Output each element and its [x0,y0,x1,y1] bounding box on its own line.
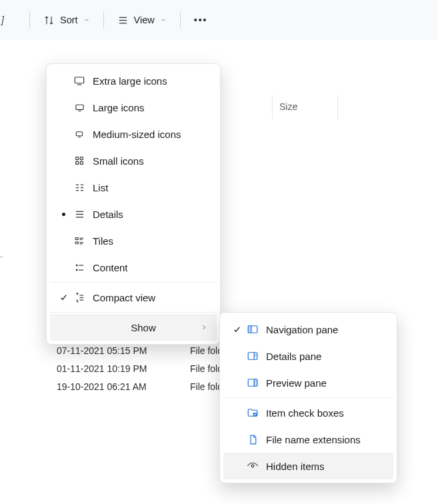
menu-label: Content [89,262,210,273]
menu-label: Tiles [89,235,210,247]
navigation-pane-icon [243,323,262,335]
menu-label: Large icons [89,102,210,113]
menu-label: List [89,182,210,193]
menu-selected-mark [57,213,70,216]
file-name-extensions-icon [243,434,262,445]
menu-label: Navigation pane [262,324,387,335]
menu-label: File name extensions [262,434,387,445]
partial-row-highlight: · [0,251,3,261]
column-header-size-label: Size [279,101,297,112]
toolbar-separator [29,11,30,29]
view-button[interactable]: View [112,11,172,30]
svg-point-30 [76,269,77,271]
chevron-down-icon [160,17,167,23]
small-icons-icon [70,155,89,166]
sort-icon [43,15,55,26]
svg-rect-22 [75,237,78,239]
menu-divider [50,282,217,283]
compact-view-icon [70,292,89,303]
large-icons-icon [70,102,89,113]
svg-rect-5 [75,105,83,109]
chevron-down-icon [83,17,90,23]
view-icon [117,15,129,26]
svg-rect-11 [76,161,79,164]
submenu-item-file-name-extensions[interactable]: File name extensions [223,426,393,453]
submenu-item-item-check-boxes[interactable]: Item check boxes [223,399,393,426]
details-icon [70,209,89,220]
svg-rect-7 [76,132,82,136]
sort-label: Sort [60,15,78,25]
menu-label: Item check boxes [262,407,387,419]
menu-item-compact-view[interactable]: Compact view [50,284,217,311]
table-rows-visible: 07-11-2021 05:15 PM File folde 01-11-202… [57,341,228,395]
submenu-item-details-pane[interactable]: Details pane [223,343,393,369]
svg-rect-44 [254,379,257,387]
submenu-item-navigation-pane[interactable]: Navigation pane [223,316,393,343]
toolbar-separator [180,11,181,29]
hidden-items-icon [243,460,262,472]
chevron-right-icon [198,323,210,331]
content-icon [70,262,89,273]
preview-pane-icon [243,377,262,389]
content-area: Size · 07-11-2021 05:15 PM File folde 01… [0,40,438,504]
menu-label: Hidden items [262,461,387,472]
menu-item-extra-large-icons[interactable]: Extra large icons [50,67,217,94]
menu-item-details[interactable]: Details [50,201,217,227]
menu-item-large-icons[interactable]: Large icons [50,94,217,121]
menu-item-show[interactable]: Show [50,314,217,341]
menu-divider [50,312,217,313]
menu-label: Preview pane [262,377,387,389]
svg-point-28 [76,265,77,266]
show-submenu: Navigation pane Details pane Preview pan… [219,312,397,483]
details-pane-icon [243,350,262,362]
svg-rect-37 [248,326,251,333]
menu-label: Small icons [89,155,210,167]
table-row[interactable]: 01-11-2021 10:19 PM File folde [57,359,228,377]
menu-item-content[interactable]: Content [50,254,217,281]
menu-label: Medium-sized icons [89,129,210,140]
menu-item-list[interactable]: List [50,174,217,201]
menu-label: Details [89,209,210,220]
svg-rect-9 [76,157,79,160]
menu-item-medium-icons[interactable]: Medium-sized icons [50,121,217,147]
menu-item-tiles[interactable]: Tiles [50,227,217,254]
sort-button[interactable]: Sort [38,11,95,30]
menu-divider [223,397,393,398]
svg-point-46 [251,465,254,467]
toolbar: ] Sort View ••• [0,0,438,40]
item-check-boxes-icon [243,407,262,419]
svg-rect-25 [75,241,78,243]
extra-large-icons-icon [70,75,89,87]
toolbar-partial-glyph: ] [1,15,4,25]
menu-check-mark [57,293,70,302]
more-button[interactable]: ••• [189,12,213,28]
svg-rect-10 [80,157,83,160]
tiles-icon [70,235,89,247]
menu-item-small-icons[interactable]: Small icons [50,147,217,174]
menu-check-mark [230,325,243,334]
submenu-item-preview-pane[interactable]: Preview pane [223,369,393,396]
list-icon [70,182,89,193]
table-row[interactable]: 19-10-2021 06:21 AM File folde [57,377,228,395]
row-date: 19-10-2021 06:21 AM [57,381,163,392]
submenu-item-hidden-items[interactable]: Hidden items [223,453,393,479]
svg-rect-12 [80,161,83,164]
menu-label: Details pane [262,351,387,362]
column-header-size[interactable]: Size [272,95,338,119]
menu-label: Compact view [89,292,210,303]
view-dropdown: Extra large icons Large icons Medium-siz… [46,63,221,345]
row-date: 01-11-2021 10:19 PM [57,363,163,374]
menu-label: Show [89,322,198,333]
menu-label: Extra large icons [89,75,210,87]
view-label: View [134,15,155,25]
svg-rect-3 [75,77,84,83]
toolbar-separator [103,11,104,29]
row-date: 07-11-2021 05:15 PM [57,345,163,356]
medium-icons-icon [70,129,89,139]
